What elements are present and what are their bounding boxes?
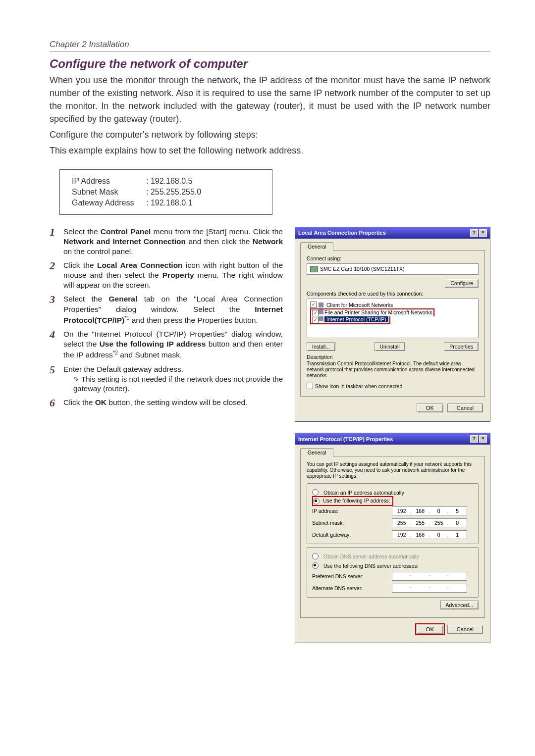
address-row: IP Address : 192.168.0.5 xyxy=(72,176,260,187)
tab-general[interactable]: General xyxy=(300,242,333,251)
radio-icon xyxy=(312,553,319,559)
use-following-ip-highlight: Use the following IP address: xyxy=(312,496,393,506)
checkbox-icon[interactable] xyxy=(307,383,313,389)
cancel-button[interactable]: Cancel xyxy=(447,625,483,634)
subnet-mask-row: Subnet mask: 2552552550 xyxy=(312,517,473,529)
adapter-name: SMC EZ Card 10/100 (SMC1211TX) xyxy=(320,266,404,272)
step-3: 3 Select the General tab on the "Local A… xyxy=(50,294,283,325)
ok-button-highlight[interactable]: OK xyxy=(417,625,443,634)
checkbox-icon[interactable]: ✓ xyxy=(312,310,319,316)
step-number: 4 xyxy=(50,328,55,342)
description-text: Transmission Control Protocol/Internet P… xyxy=(307,361,479,379)
dns-group: Obtain DNS server address automatically … xyxy=(307,547,479,598)
address-label: Subnet Mask xyxy=(72,188,146,197)
default-gateway-row: Default gateway: 19216801 xyxy=(312,529,473,541)
subnet-mask-label: Subnet mask: xyxy=(312,520,389,526)
radio-icon[interactable] xyxy=(313,498,320,504)
address-value: : 192.168.0.5 xyxy=(146,177,192,186)
address-example-box: IP Address : 192.168.0.5 Subnet Mask : 2… xyxy=(59,169,272,215)
preferred-dns-field[interactable] xyxy=(392,572,467,581)
checkbox-icon[interactable]: ✓ xyxy=(312,317,319,323)
step-5-note: ✎This setting is not needed if the netwo… xyxy=(63,374,283,394)
step-number: 6 xyxy=(50,396,55,410)
tcpip-properties-dialog: Internet Protocol (TCP/IP) Properties ? … xyxy=(295,433,490,643)
use-following-ip-label: Use the following IP address: xyxy=(323,498,390,504)
connect-using-label: Connect using: xyxy=(307,255,479,261)
checkbox-icon[interactable]: ✓ xyxy=(310,302,317,308)
close-icon[interactable]: × xyxy=(479,229,487,237)
section-title: Configure the network of computer xyxy=(50,57,490,71)
component-icon xyxy=(319,309,323,314)
obtain-dns-auto-row: Obtain DNS server address automatically xyxy=(312,552,473,561)
dialog-titlebar: Local Area Connection Properties ? × xyxy=(295,227,490,239)
step-number: 5 xyxy=(50,363,55,377)
show-icon-label: Show icon in taskbar when connected xyxy=(315,383,402,389)
ok-button[interactable]: OK xyxy=(417,403,443,412)
preferred-dns-label: Preferred DNS server: xyxy=(312,573,389,579)
obtain-ip-auto-label: Obtain an IP address automatically xyxy=(323,490,404,496)
step-list: 1 Select the Control Panel menu from the… xyxy=(50,227,283,407)
pencil-icon: ✎ xyxy=(73,375,79,383)
components-label: Components checked are used by this conn… xyxy=(307,291,479,297)
properties-button[interactable]: Properties xyxy=(444,342,479,351)
adapter-icon xyxy=(310,266,318,272)
radio-icon[interactable] xyxy=(312,562,319,569)
intro-paragraph-3: This example explains how to set the fol… xyxy=(50,144,490,157)
close-icon[interactable]: × xyxy=(479,435,487,443)
dialog-titlebar: Internet Protocol (TCP/IP) Properties ? … xyxy=(295,433,490,445)
advanced-button[interactable]: Advanced... xyxy=(440,601,479,609)
show-icon-checkbox-row[interactable]: Show icon in taskbar when connected xyxy=(307,383,479,389)
address-row: Gateway Address : 192.168.0.1 xyxy=(72,198,260,208)
tab-general[interactable]: General xyxy=(300,448,333,456)
default-gateway-field[interactable]: 19216801 xyxy=(392,530,467,539)
step-1: 1 Select the Control Panel menu from the… xyxy=(50,227,283,256)
component-icon xyxy=(319,316,323,321)
radio-icon[interactable] xyxy=(312,489,319,496)
step-number: 2 xyxy=(50,259,55,273)
tcpip-intro-text: You can get IP settings assigned automat… xyxy=(307,461,479,479)
intro-paragraph-1: When you use the monitor through the net… xyxy=(50,74,490,125)
component-file-print-highlight: ✓File and Printer Sharing for Microsoft … xyxy=(310,308,434,316)
component-client[interactable]: ✓Client for Microsoft Networks xyxy=(310,301,475,308)
step-6: 6 Click the OK button, the setting windo… xyxy=(50,398,283,407)
ip-address-row: IP address: 19216805 xyxy=(312,505,473,517)
ip-address-label: IP address: xyxy=(312,508,389,514)
local-area-connection-properties-dialog: Local Area Connection Properties ? × Gen… xyxy=(295,227,490,422)
address-label: IP Address xyxy=(72,177,146,186)
preferred-dns-row: Preferred DNS server: xyxy=(312,570,473,582)
components-list[interactable]: ✓Client for Microsoft Networks ✓File and… xyxy=(307,299,479,338)
alternate-dns-label: Alternate DNS server: xyxy=(312,585,389,591)
step-5: 5 Enter the Default gateway address. ✎Th… xyxy=(50,364,283,394)
address-label: Gateway Address xyxy=(72,199,146,207)
use-following-dns-label: Use the following DNS server addresses: xyxy=(323,563,418,569)
ip-address-group: Obtain an IP address automatically Use t… xyxy=(307,483,479,544)
help-icon[interactable]: ? xyxy=(470,435,478,443)
alternate-dns-field[interactable] xyxy=(392,584,467,593)
obtain-dns-auto-label: Obtain DNS server address automatically xyxy=(323,554,419,559)
dialog-title: Internet Protocol (TCP/IP) Properties xyxy=(298,436,393,442)
install-button[interactable]: Install... xyxy=(307,342,335,351)
component-tcpip-highlight[interactable]: ✓Internet Protocol (TCP/IP) xyxy=(310,316,390,324)
subnet-mask-field[interactable]: 2552552550 xyxy=(392,518,467,527)
intro-paragraph-2: Configure the computer's network by foll… xyxy=(50,128,490,141)
step-number: 1 xyxy=(50,225,55,240)
help-icon[interactable]: ? xyxy=(470,229,478,237)
step-number: 3 xyxy=(50,293,55,307)
description-heading: Description xyxy=(307,354,479,360)
alternate-dns-row: Alternate DNS server: xyxy=(312,582,473,594)
component-icon xyxy=(319,302,323,307)
step-4: 4 On the "Internet Protocol (TCP/IP) Pro… xyxy=(50,329,283,360)
adapter-field: SMC EZ Card 10/100 (SMC1211TX) xyxy=(307,263,479,275)
address-row: Subnet Mask : 255.255.255.0 xyxy=(72,187,260,198)
cancel-button[interactable]: Cancel xyxy=(447,403,483,412)
address-value: : 255.255.255.0 xyxy=(146,188,201,197)
step-2: 2 Click the Local Area Connection icon w… xyxy=(50,260,283,290)
component-tcpip-selected: Internet Protocol (TCP/IP) xyxy=(324,316,388,322)
ip-address-field[interactable]: 19216805 xyxy=(392,506,467,515)
uninstall-button[interactable]: Uninstall xyxy=(374,342,405,351)
dialog-title: Local Area Connection Properties xyxy=(298,230,386,236)
chapter-header: Chapter 2 Installation xyxy=(50,40,490,52)
address-value: : 192.168.0.1 xyxy=(146,199,192,207)
use-following-dns-row[interactable]: Use the following DNS server addresses: xyxy=(312,561,473,570)
configure-button[interactable]: Configure xyxy=(445,279,479,288)
